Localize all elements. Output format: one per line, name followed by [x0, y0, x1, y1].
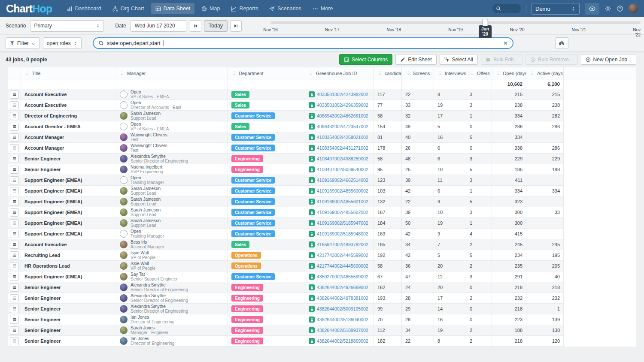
row-drag-handle[interactable] [10, 305, 19, 313]
column-header-manager[interactable]: Manager [116, 67, 228, 79]
greenhouse-job-link[interactable]: 4033501002/4296359002 [317, 103, 368, 108]
column-header-greenhouse-job-id[interactable]: Greenhouse Job ID [305, 67, 374, 79]
column-drag-dots-icon[interactable] [309, 71, 313, 75]
row-drag-handle[interactable] [10, 176, 19, 184]
row-drag-handle[interactable] [10, 294, 19, 302]
greenhouse-job-link[interactable]: 4382644002/5186040002 [317, 317, 368, 322]
greenhouse-job-link[interactable]: 4096432002/4723547002 [317, 124, 368, 129]
date-prev-button[interactable] [190, 20, 201, 32]
user-avatar[interactable] [629, 4, 638, 13]
column-header-candidates[interactable]: candidates [374, 67, 402, 79]
column-header-active-days-[interactable]: Active (days) [526, 67, 564, 79]
row-drag-handle[interactable] [10, 284, 19, 292]
column-header-title[interactable]: Title [21, 67, 116, 79]
scenario-select[interactable]: Primary [30, 20, 104, 32]
timeline-track[interactable] [270, 21, 641, 24]
row-drag-handle[interactable] [10, 90, 19, 99]
row-drag-handle[interactable] [10, 251, 19, 259]
greenhouse-job-link[interactable]: 4108407002/4988259002 [317, 156, 368, 161]
column-drag-dots-icon[interactable] [495, 71, 500, 75]
greenhouse-job-link[interactable]: 4109169002/4855602002 [317, 210, 368, 215]
row-drag-handle[interactable] [10, 219, 19, 227]
greenhouse-job-link[interactable]: 4108354002/4431271002 [317, 145, 368, 151]
column-drag-dots-icon[interactable] [437, 71, 442, 75]
greenhouse-job-link[interactable]: 4109169002/4662514002 [317, 178, 368, 183]
select-columns-button[interactable]: Select Columns [339, 54, 392, 65]
row-drag-handle[interactable] [10, 144, 19, 152]
column-drag-dots-icon[interactable] [405, 71, 410, 75]
greenhouse-job-link[interactable]: 4109169002/4855600002 [317, 188, 368, 193]
row-drag-handle[interactable] [10, 198, 19, 206]
column-drag-dots-icon[interactable] [470, 71, 474, 75]
greenhouse-job-link[interactable]: 4108354002/4258021002 [317, 135, 368, 140]
nav-item-reports[interactable]: Reports [227, 3, 262, 14]
column-header-department[interactable]: Department [228, 67, 305, 79]
nav-item-map[interactable]: Map [197, 3, 224, 14]
nav-item-more[interactable]: More [308, 3, 337, 14]
row-drag-handle[interactable] [10, 241, 19, 249]
row-drag-handle[interactable] [10, 230, 19, 238]
manager-cell: Naoma IngelbertSVP Engineering [116, 164, 228, 175]
greenhouse-job-link[interactable]: 4217744002/4445600002 [317, 263, 368, 268]
title-cell: Senior Engineer [21, 164, 116, 175]
nav-item-org-chart[interactable]: Org Chart [108, 3, 149, 14]
greenhouse-job-link[interactable]: 4165947002/4893782002 [317, 242, 368, 247]
greenhouse-job-link[interactable]: 4382644002/4978381002 [317, 296, 368, 301]
global-search-input[interactable] [492, 4, 521, 13]
greenhouse-job-link[interactable]: 4382644002/4926669002 [317, 285, 368, 290]
row-drag-handle[interactable] [10, 112, 19, 120]
row-drag-handle[interactable] [10, 166, 19, 174]
row-drag-handle[interactable] [10, 262, 19, 270]
help-button[interactable] [617, 5, 623, 12]
greenhouse-job-link[interactable]: 4382644002/5009105002 [317, 306, 368, 311]
column-drag-dots-icon[interactable] [231, 71, 236, 75]
column-header-offers[interactable]: Offers [466, 67, 492, 79]
column-header-open-days-[interactable]: Open (days) [492, 67, 526, 79]
row-drag-handle[interactable] [10, 187, 19, 195]
row-drag-handle[interactable] [10, 273, 19, 281]
edit-sheet-button[interactable]: Edit Sheet [395, 54, 436, 65]
row-drag-handle[interactable] [10, 316, 19, 324]
timeline-slider-handle[interactable] [482, 19, 488, 26]
column-header-interviews[interactable]: Interviews [434, 67, 466, 79]
column-drag-dots-icon[interactable] [24, 71, 29, 75]
row-drag-handle[interactable] [10, 101, 19, 109]
greenhouse-job-link[interactable]: 4109169002/5185947002 [317, 220, 368, 226]
row-drag-handle[interactable] [10, 155, 19, 163]
select-all-button[interactable]: Select All [440, 54, 478, 65]
greenhouse-job-link[interactable]: 4066943002/4862661002 [317, 113, 368, 118]
settings-button[interactable] [605, 5, 611, 12]
row-drag-handle[interactable] [10, 133, 19, 142]
greenhouse-job-link[interactable]: 4217743002/4445599002 [317, 253, 368, 258]
view-mode-button[interactable] [585, 3, 599, 15]
nav-item-data-sheet[interactable]: Data Sheet [151, 3, 195, 14]
filter-button[interactable]: Filter [6, 37, 39, 49]
nav-item-scenarios[interactable]: Scenarios [265, 3, 306, 14]
import-export-button[interactable] [555, 37, 568, 49]
greenhouse-job-link[interactable]: 4033501002/4243982002 [317, 92, 368, 97]
date-next-button[interactable] [230, 20, 242, 32]
new-open-job-button[interactable]: New Open Job... [581, 54, 636, 65]
filter-preset-select[interactable]: open roles [43, 37, 82, 49]
greenhouse-job-link[interactable]: 4109169002/4855601002 [317, 199, 368, 204]
row-drag-handle[interactable] [10, 123, 19, 131]
date-input[interactable]: Wed Jun 17 2020 [131, 20, 186, 32]
charthop-logo[interactable]: ChartHop [6, 3, 52, 14]
greenhouse-job-link[interactable]: 4350270002/4855599002 [317, 274, 368, 279]
org-select[interactable]: Demo [532, 3, 580, 15]
nav-item-dashboard[interactable]: Dashboard [63, 3, 106, 14]
column-drag-dots-icon[interactable] [530, 71, 535, 75]
row-drag-handle[interactable] [10, 326, 19, 335]
column-drag-dots-icon[interactable] [377, 71, 382, 75]
query-search-input[interactable]: state:open,depart,start [93, 37, 513, 49]
clear-search-icon[interactable] [503, 41, 508, 45]
greenhouse-job-link[interactable]: 4382644002/5188937002 [317, 328, 368, 333]
row-drag-handle[interactable] [10, 208, 19, 217]
today-button[interactable]: Today [204, 20, 228, 32]
greenhouse-job-link[interactable]: 4108407002/5039540002 [317, 167, 368, 172]
greenhouse-job-link[interactable]: 4109169002/5185948002 [317, 231, 368, 236]
row-drag-handle[interactable] [10, 337, 19, 345]
greenhouse-job-link[interactable]: 4382644002/5218869002 [317, 338, 368, 344]
column-drag-dots-icon[interactable] [120, 71, 125, 75]
column-header-screens[interactable]: Screens [402, 67, 434, 79]
